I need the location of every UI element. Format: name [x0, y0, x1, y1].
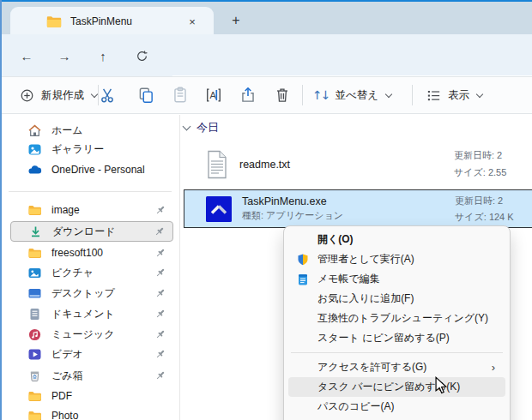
menu-item-compatibility-troubleshoot[interactable]: 互換性のトラブルシューティング(Y): [288, 309, 505, 328]
menu-item-run-as-admin[interactable]: 管理者として実行(A): [288, 249, 505, 269]
folder-icon: [46, 15, 62, 28]
pictures-icon: [27, 266, 42, 280]
sidebar-item-recycle-bin[interactable]: ごみ箱: [10, 366, 173, 385]
folder-icon: [27, 389, 42, 404]
menu-item-pin-to-taskbar[interactable]: タスク バーにピン留めする(K): [288, 377, 505, 397]
pin-icon: [154, 204, 166, 216]
refresh-icon[interactable]: [130, 45, 153, 67]
sidebar-item-label: ピクチャ: [51, 266, 94, 280]
group-header-today[interactable]: 今日: [184, 120, 219, 135]
pin-icon: [154, 348, 166, 360]
sidebar-item-onedrive[interactable]: OneDrive - Personal: [10, 160, 173, 179]
onedrive-icon: [27, 163, 42, 177]
pin-icon: [154, 247, 166, 259]
toolbar-divider: [412, 85, 413, 105]
home-icon: [27, 123, 42, 138]
tab-title: TaskPinMenu: [70, 15, 132, 27]
sidebar-item-gallery[interactable]: ギャラリー: [10, 140, 173, 159]
submenu-chevron-icon: ›: [492, 361, 495, 374]
sidebar-item-documents[interactable]: ドキュメント: [10, 304, 173, 323]
sidebar-item-pictures[interactable]: ピクチャ: [10, 263, 173, 282]
sidebar-item-pdf[interactable]: PDF: [10, 387, 173, 405]
new-tab-button[interactable]: +: [227, 9, 245, 33]
tab-close-icon[interactable]: ×: [183, 7, 202, 36]
recycle-bin-icon: [27, 369, 42, 383]
sidebar-item-photo[interactable]: Photo: [10, 406, 173, 420]
pin-icon: [154, 369, 166, 381]
downloads-icon: [28, 225, 43, 239]
sort-arrows-icon: ↑↓: [312, 88, 329, 102]
sidebar-item-label: デスクトップ: [51, 286, 115, 301]
menu-separator: [291, 352, 503, 353]
videos-icon: [27, 347, 42, 362]
pin-icon: [154, 225, 166, 237]
folder-icon: [27, 409, 42, 420]
plus-circle-icon: [19, 87, 35, 104]
music-icon: [27, 327, 42, 342]
paste-button[interactable]: [171, 86, 190, 105]
sidebar-item-label: ダウンロード: [52, 225, 115, 239]
context-menu: 開く(O) 管理者として実行(A) メモ帳で編集 お気に入りに追加(F) 互換性…: [283, 225, 511, 420]
file-modified: 更新日時: 2: [454, 149, 502, 162]
delete-button[interactable]: [273, 86, 292, 105]
menu-item-pin-to-start[interactable]: スタート にピン留めする(P): [288, 328, 505, 348]
sort-button[interactable]: ↑↓ 並べ替え: [307, 77, 396, 113]
file-type: 種類: アプリケーション: [242, 209, 343, 222]
forward-button[interactable]: →: [53, 45, 76, 67]
sidebar-item-downloads[interactable]: ダウンロード: [10, 221, 173, 242]
rename-button[interactable]: A: [204, 86, 223, 105]
navigation-bar: ← → ↑ › ダウンロード › TaskPinMenu-v1_0 › Task…: [2, 34, 532, 76]
chevron-down-icon: [385, 90, 392, 97]
pin-icon: [154, 308, 166, 320]
file-row-readme[interactable]: readme.txt 更新日時: 2 サイズ: 2.55: [184, 144, 532, 185]
sidebar-item-label: ミュージック: [51, 327, 114, 342]
gallery-icon: [27, 142, 42, 157]
sidebar-item-label: ごみ箱: [51, 369, 83, 383]
copy-button[interactable]: [136, 86, 155, 105]
sidebar-item-desktop[interactable]: デスクトップ: [10, 284, 173, 303]
sidebar-item-label: OneDrive - Personal: [51, 164, 145, 176]
up-button[interactable]: ↑: [92, 45, 114, 67]
menu-item-give-access-to[interactable]: アクセスを許可する(G) ›: [288, 357, 505, 377]
sidebar-item-freesoft100[interactable]: freesoft100: [10, 243, 173, 262]
back-button[interactable]: ←: [15, 45, 38, 67]
chevron-down-icon: [91, 90, 98, 97]
menu-item-copy-as-path[interactable]: パスのコピー(A): [288, 397, 505, 417]
file-row-taskpinmenu-exe[interactable]: TaskPinMenu.exe 種類: アプリケーション 更新日時: 2 サイズ…: [184, 189, 532, 228]
sidebar-item-home[interactable]: ホーム: [10, 121, 173, 140]
taskpinmenu-app-icon: [206, 196, 232, 222]
sidebar-item-videos[interactable]: ビデオ: [10, 345, 173, 363]
share-button[interactable]: [239, 86, 257, 105]
sidebar-item-image[interactable]: image: [10, 201, 173, 219]
chevron-down-icon: [183, 122, 191, 130]
folder-icon: [27, 203, 42, 218]
menu-item-open[interactable]: 開く(O): [288, 230, 505, 249]
toolbar-divider: [302, 85, 303, 105]
text-file-icon: [205, 150, 229, 179]
uac-shield-icon: [296, 253, 310, 267]
sidebar-item-label: PDF: [51, 390, 72, 402]
desktop-icon: [27, 286, 42, 301]
cut-button[interactable]: [98, 86, 117, 105]
pin-icon: [154, 267, 166, 279]
file-name: TaskPinMenu.exe: [242, 195, 343, 207]
view-button[interactable]: 表示: [420, 77, 487, 113]
view-label: 表示: [448, 88, 469, 103]
command-bar: 新規作成 A ↑↓ 並べ替え: [2, 76, 532, 114]
menu-item-add-to-favorites[interactable]: お気に入りに追加(F): [288, 289, 505, 309]
pin-icon: [154, 328, 166, 340]
pin-icon: [154, 287, 166, 299]
sidebar-divider: [9, 191, 172, 192]
chevron-down-icon: [476, 90, 483, 97]
sidebar-item-label: ホーム: [51, 123, 83, 138]
explorer-tab[interactable]: TaskPinMenu ×: [10, 7, 214, 36]
sidebar-item-label: freesoft100: [51, 247, 103, 259]
new-button[interactable]: 新規作成: [14, 77, 102, 113]
folder-icon: [27, 246, 42, 261]
documents-icon: [27, 307, 42, 321]
group-label: 今日: [196, 120, 219, 135]
menu-item-edit-in-notepad[interactable]: メモ帳で編集: [288, 269, 505, 289]
sidebar-item-music[interactable]: ミュージック: [10, 325, 173, 344]
sidebar-item-label: ドキュメント: [51, 307, 115, 321]
mouse-cursor: [435, 376, 454, 402]
